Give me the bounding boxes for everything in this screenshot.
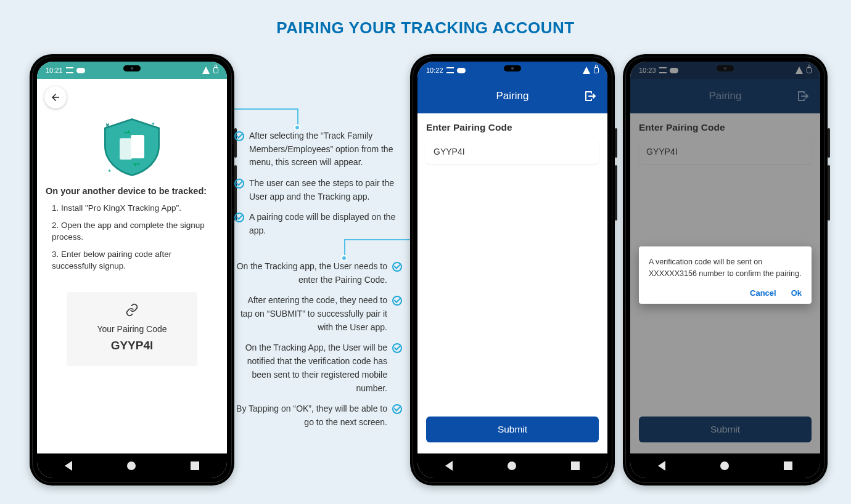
page-title: PAIRING YOUR TRACKING ACCOUNT	[0, 0, 851, 44]
stage: 10:21	[0, 43, 851, 504]
nav-recents-icon[interactable]	[191, 461, 199, 470]
annotation-item: On the Tracking App, the User will be no…	[236, 341, 402, 395]
android-nav-bar	[37, 453, 227, 478]
annotation-text: By Tapping on “OK”, they will be able to…	[236, 402, 387, 429]
arrow-left-icon	[50, 92, 61, 103]
status-time: 10:22	[426, 67, 443, 74]
phone-1: 10:21	[30, 54, 234, 486]
lock-icon	[594, 67, 599, 73]
status-time: 10:21	[46, 67, 63, 74]
check-icon	[392, 262, 402, 272]
pairing-code-card: Your Pairing Code GYYP4I	[67, 292, 197, 366]
header-title: Pairing	[496, 90, 529, 102]
camera-cutout	[504, 65, 521, 71]
back-button[interactable]	[44, 86, 67, 108]
verification-dialog: A verification code will be sent on XXXX…	[639, 246, 812, 304]
annotation-item: After entering the code, they need to ta…	[236, 294, 402, 334]
shield-illustration	[37, 116, 227, 181]
annotation-text: On the Tracking app, the User needs to e…	[236, 260, 387, 287]
android-nav-bar	[417, 453, 607, 478]
phone1-heading: On your another device to be tracked:	[37, 181, 227, 200]
link-icon	[125, 303, 139, 317]
svg-rect-0	[120, 138, 132, 160]
annotation-text: A pairing code will be displayed on the …	[249, 211, 401, 237]
check-icon	[234, 131, 244, 141]
svg-rect-1	[131, 135, 144, 158]
phone1-step-1: 1. Install "Pro KingX Tracking App".	[37, 200, 227, 217]
phone-3: 10:23 Pairing Enter Pairing Code	[623, 54, 828, 486]
dialog-cancel-button[interactable]: Cancel	[750, 288, 776, 298]
nav-back-icon[interactable]	[658, 461, 665, 471]
nav-back-icon[interactable]	[445, 461, 453, 471]
annotation-item: By Tapping on “OK”, they will be able to…	[236, 402, 402, 429]
nav-home-icon[interactable]	[508, 461, 516, 470]
annotation-text: The user can see the steps to pair the U…	[249, 177, 401, 203]
check-icon	[234, 179, 244, 189]
phone1-step-3: 3. Enter below pairing code after succes…	[37, 246, 227, 275]
annotation-text: After entering the code, they need to ta…	[236, 294, 387, 334]
android-nav-bar	[630, 453, 820, 478]
pairing-code-label: Enter Pairing Code	[426, 122, 599, 133]
annotation-item: The user can see the steps to pair the U…	[234, 177, 401, 203]
annotation-group-1: After selecting the “Track Family Member…	[234, 129, 401, 245]
phone2-content: Enter Pairing Code	[417, 113, 607, 453]
phone-2: 10:22 Pairing Enter Pairing Code	[410, 54, 615, 486]
leader-line	[230, 108, 298, 110]
nav-back-icon[interactable]	[65, 461, 72, 471]
mail-icon	[446, 67, 454, 73]
annotation-text: After selecting the “Track Family Member…	[249, 129, 401, 169]
exit-button[interactable]	[582, 87, 599, 105]
pairing-code-input[interactable]	[426, 139, 599, 164]
check-icon	[234, 213, 244, 222]
lock-icon	[213, 67, 218, 73]
dialog-message: A verification code will be sent on XXXX…	[649, 256, 802, 280]
annotation-item: A pairing code will be displayed on the …	[234, 211, 401, 237]
wifi-icon	[202, 67, 210, 74]
svg-point-3	[152, 123, 155, 125]
annotation-item: After selecting the “Track Family Member…	[234, 129, 401, 169]
nav-recents-icon[interactable]	[571, 461, 580, 470]
annotation-item: On the Tracking app, the User needs to e…	[236, 260, 402, 287]
camera-cutout	[123, 65, 141, 71]
nav-home-icon[interactable]	[720, 461, 729, 470]
dialog-ok-button[interactable]: Ok	[791, 288, 802, 298]
cloud-icon	[457, 68, 466, 73]
check-icon	[392, 343, 402, 353]
nav-recents-icon[interactable]	[784, 461, 792, 470]
code-title: Your Pairing Code	[72, 324, 192, 334]
code-value: GYYP4I	[72, 339, 192, 352]
check-icon	[392, 296, 402, 306]
annotation-text: On the Tracking App, the User will be no…	[236, 341, 387, 395]
annotation-group-2: On the Tracking app, the User needs to e…	[236, 260, 402, 437]
check-icon	[392, 404, 402, 414]
app-header: Pairing	[417, 79, 607, 113]
nav-home-icon[interactable]	[127, 461, 136, 470]
phone1-step-2: 2. Open the app and complete the signup …	[37, 217, 227, 246]
wifi-icon	[583, 67, 591, 74]
mail-icon	[66, 67, 73, 73]
svg-point-2	[109, 169, 111, 172]
submit-button[interactable]: Submit	[426, 417, 599, 442]
cloud-icon	[76, 68, 85, 73]
